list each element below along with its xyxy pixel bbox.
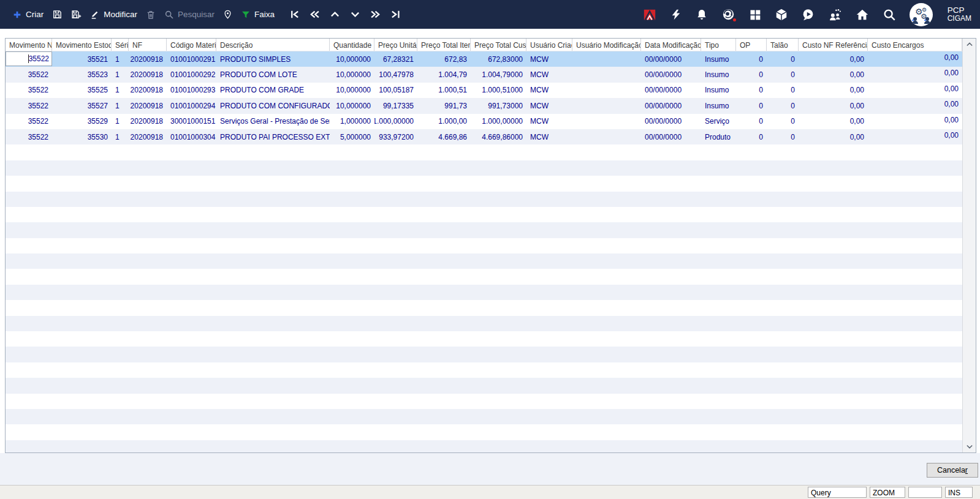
empty-row: [6, 285, 962, 300]
table-cell: 01001000293: [167, 83, 216, 98]
table-cell: 1.000,51: [417, 83, 471, 98]
column-header-pre-o-total-custo[interactable]: Preço Total Custo: [471, 39, 526, 51]
move-up-icon[interactable]: [330, 9, 340, 20]
table-cell: 01001000304: [167, 129, 216, 144]
table-cell: 35530: [52, 129, 112, 144]
create-button[interactable]: Criar: [12, 10, 44, 20]
trash-icon: [146, 10, 156, 20]
table-cell: 0: [736, 51, 767, 67]
notifications-bell-icon[interactable]: [696, 8, 708, 21]
inline-edit-input[interactable]: 35522: [6, 51, 52, 66]
column-header-custo-encargos[interactable]: Custo Encargos: [868, 39, 962, 51]
module-name: PCP: [948, 6, 971, 15]
global-search-icon[interactable]: [883, 8, 896, 21]
table-row[interactable]: 355223552512020091801001000293PRODUTO CO…: [6, 83, 962, 98]
column-header-nf[interactable]: NF: [129, 39, 167, 51]
column-header-data-modifica-o[interactable]: Data Modificação: [641, 39, 701, 51]
delete-button[interactable]: [146, 10, 156, 20]
apps-grid-icon[interactable]: [749, 9, 761, 21]
column-header-usu-rio-cria-o[interactable]: Usuário Criação: [526, 39, 572, 51]
create-label: Criar: [26, 10, 44, 19]
column-header-movimento-nf[interactable]: Movimento NF: [6, 39, 52, 51]
next-record-icon[interactable]: [370, 9, 381, 20]
table-cell: 933,97200: [374, 129, 417, 144]
cancel-button[interactable]: Cancelar: [927, 463, 978, 478]
table-cell: PRODUTO COM GRADE: [216, 83, 330, 98]
table-cell: 1.004,79000: [471, 67, 526, 82]
home-icon[interactable]: [856, 8, 869, 21]
previous-record-icon[interactable]: [310, 9, 320, 20]
scroll-up-icon[interactable]: [963, 39, 976, 50]
table-cell: 35522: [6, 129, 52, 144]
grid-header-row: Movimento NFMovimento EstoqueSérieNFCódi…: [6, 39, 962, 51]
locate-button[interactable]: [223, 9, 232, 20]
column-header-op[interactable]: OP: [736, 39, 767, 51]
toolbar-right-group: ⚙ ⚙ ⚙ PCP CIGAM: [643, 3, 980, 26]
support-headset-icon[interactable]: [721, 7, 735, 21]
table-cell: 1: [112, 51, 129, 67]
table-row[interactable]: 355223552912020091830001000151Serviços G…: [6, 114, 962, 129]
table-cell: 35522: [6, 83, 52, 98]
save-new-button[interactable]: [71, 9, 82, 20]
table-cell: [572, 67, 641, 82]
table-cell: 1.000,51000: [471, 83, 526, 98]
table-cell: 20200918: [129, 129, 167, 144]
table-cell: 20200918: [129, 67, 167, 82]
table-row[interactable]: 355223553012020091801001000304PRODUTO PA…: [6, 129, 962, 144]
table-cell: PRODUTO COM LOTE: [216, 67, 330, 82]
column-header-descri-o[interactable]: Descrição: [216, 39, 330, 51]
record-navigation: [289, 9, 401, 20]
column-header-custo-nf-refer-ncia[interactable]: Custo NF Referência: [799, 39, 868, 51]
empty-row: [6, 347, 962, 362]
column-header-pre-o-total-item[interactable]: Preço Total Item: [417, 39, 471, 51]
messages-icon[interactable]: [802, 8, 815, 21]
column-header-quantidade[interactable]: Quantidade: [330, 39, 374, 51]
vertical-scrollbar[interactable]: [962, 39, 976, 452]
column-header-s-rie[interactable]: Série: [112, 39, 129, 51]
location-pin-icon: [223, 9, 232, 20]
table-cell: 35522: [6, 114, 52, 129]
table-cell: PRODUTO COM CONFIGURADOR: [216, 98, 330, 113]
table-cell: 20200918: [129, 51, 167, 67]
range-filter-button[interactable]: Faixa: [241, 10, 275, 20]
table-cell: Produto: [701, 129, 736, 144]
empty-row: [6, 222, 962, 238]
modules-box-icon[interactable]: [775, 8, 788, 21]
column-header-movimento-estoque[interactable]: Movimento Estoque: [52, 39, 112, 51]
table-cell: 00/00/0000: [641, 114, 701, 129]
table-row[interactable]: 355223552712020091801001000294PRODUTO CO…: [6, 98, 962, 113]
column-header-c-digo-material[interactable]: Código Material: [167, 39, 216, 51]
table-cell: 35522: [6, 67, 52, 82]
scroll-down-icon[interactable]: [963, 441, 976, 452]
table-cell: 991,73: [417, 98, 471, 113]
table-cell: MCW: [526, 51, 572, 67]
save-button[interactable]: [52, 9, 63, 20]
column-header-tipo[interactable]: Tipo: [701, 39, 736, 51]
move-down-icon[interactable]: [350, 9, 360, 20]
table-cell: 4.669,86000: [471, 129, 526, 144]
table-cell: 10,000000: [330, 98, 374, 113]
table-row[interactable]: 355223552112020091801001000291PRODUTO SI…: [6, 51, 962, 67]
empty-row: [6, 394, 962, 409]
table-cell: 0: [736, 67, 767, 82]
table-cell: 0: [736, 129, 767, 144]
empty-row: [6, 192, 962, 207]
column-header-pre-o-unit-rio[interactable]: Preço Unitário: [374, 39, 417, 51]
notification-badge: [732, 17, 737, 23]
table-cell: 0: [767, 129, 799, 144]
empty-row: [6, 238, 962, 253]
user-avatar[interactable]: ⚙ ⚙ ⚙: [910, 3, 933, 26]
table-cell: 0: [736, 98, 767, 113]
column-header-usu-rio-modifica-o[interactable]: Usuário Modificação: [572, 39, 641, 51]
cigam-logo-icon[interactable]: [643, 8, 656, 21]
save-plus-icon: [71, 9, 82, 20]
table-row[interactable]: 355223552312020091801001000292PRODUTO CO…: [6, 67, 962, 82]
search-records-button[interactable]: Pesquisar: [164, 10, 215, 20]
first-record-icon[interactable]: [289, 9, 300, 20]
last-record-icon[interactable]: [390, 9, 401, 20]
modify-button[interactable]: Modificar: [90, 10, 137, 20]
quick-actions-icon[interactable]: [670, 8, 682, 21]
column-header-tal-o[interactable]: Talão: [767, 39, 799, 51]
community-icon[interactable]: [828, 8, 842, 21]
table-cell: Insumo: [701, 83, 736, 98]
